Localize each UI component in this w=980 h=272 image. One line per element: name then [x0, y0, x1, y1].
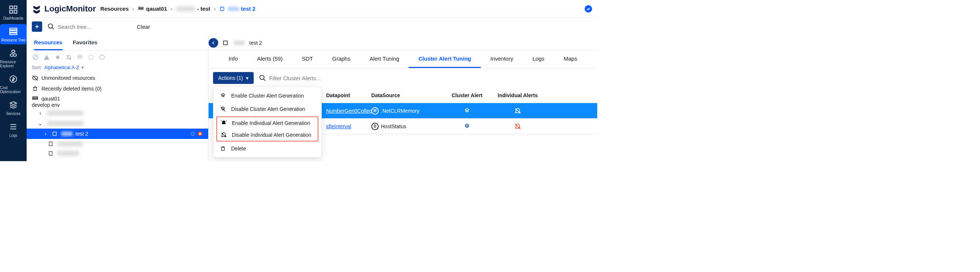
- diamond-stack-slash-icon: [219, 106, 227, 112]
- bell-slash-icon[interactable]: [65, 54, 73, 61]
- search-tree-input[interactable]: [58, 24, 117, 30]
- svg-rect-29: [53, 132, 56, 135]
- content-tabs: Info Alerts (59) SDT Graphs Alert Tuning…: [208, 50, 597, 68]
- tab-cluster-alert-tuning[interactable]: Cluster Alert Tuning: [409, 50, 481, 68]
- tab-alert-tuning[interactable]: Alert Tuning: [360, 50, 409, 68]
- nav-label: Resource Tree: [1, 38, 25, 42]
- filter-icons: [27, 51, 208, 64]
- status-check-icon[interactable]: [585, 5, 592, 13]
- svg-line-19: [33, 56, 38, 59]
- actions-button[interactable]: Actions (1) ▾: [213, 72, 254, 84]
- logo[interactable]: LogicMonitor: [32, 4, 96, 14]
- nav-label: Cost Optimization: [0, 86, 27, 94]
- breadcrumb-root[interactable]: Resources: [100, 6, 129, 12]
- nav-label: Resource Explorer: [0, 60, 27, 68]
- bell-ring-icon: [220, 120, 228, 126]
- menu-enable-cluster-alert[interactable]: Enable Cluster Alert Generation: [213, 89, 321, 102]
- col-cluster-alert[interactable]: Cluster Alert: [442, 92, 492, 98]
- circle-icon[interactable]: [99, 54, 106, 61]
- col-datapoint[interactable]: Datapoint: [323, 92, 371, 98]
- tree-row-recently-deleted[interactable]: Recently deleted items (0): [27, 84, 208, 94]
- tab-inventory[interactable]: Inventory: [481, 50, 523, 68]
- tree-row[interactable]: ⌄: [27, 118, 208, 129]
- circle-slash-icon[interactable]: [32, 54, 39, 61]
- individual-alert-icon: [492, 107, 544, 115]
- tab-logs[interactable]: Logs: [523, 50, 554, 68]
- tab-maps[interactable]: Maps: [554, 50, 587, 68]
- device-icon: [47, 141, 54, 146]
- tab-sdt[interactable]: SDT: [292, 50, 323, 68]
- breadcrumb-item-active[interactable]: test 2: [220, 6, 256, 12]
- tree-root[interactable]: qauat01 develop env: [27, 94, 208, 108]
- nav-resource-explorer[interactable]: Resource Explorer: [0, 46, 27, 70]
- svg-rect-34: [49, 151, 52, 156]
- tree-row[interactable]: [27, 149, 208, 158]
- tab-alerts[interactable]: Alerts (59): [247, 50, 292, 68]
- diamond-icon[interactable]: [54, 54, 61, 61]
- nav-cost-optimization[interactable]: Cost Optimization: [0, 72, 27, 96]
- tree-desc: develop env: [32, 102, 203, 108]
- dollar-icon: [8, 74, 19, 84]
- menu-enable-individual-alert[interactable]: Enable Individual Alert Generation: [217, 117, 318, 129]
- menu-disable-individual-alert[interactable]: Disable Individual Alert Generation: [217, 129, 318, 141]
- tab-info[interactable]: Info: [219, 50, 247, 68]
- datasource-name: HostStatus: [381, 123, 406, 129]
- datapoint-link[interactable]: NumberGen0Collec: [326, 108, 372, 114]
- tree-label: Recently deleted items (0): [41, 86, 102, 92]
- server-icon: [32, 95, 38, 102]
- cluster-alert-icon: [442, 107, 492, 115]
- svg-rect-2: [10, 10, 13, 13]
- chevron-right-icon: ›: [214, 6, 216, 12]
- svg-line-17: [52, 28, 54, 30]
- filter-cluster-alerts-input[interactable]: [269, 75, 343, 81]
- search-wrap: [47, 23, 129, 30]
- tree-row[interactable]: [27, 139, 208, 149]
- sort-value: Alphabetical A-Z: [44, 65, 79, 70]
- chevron-right-icon: ›: [37, 110, 44, 116]
- col-datasource[interactable]: DataSource: [371, 92, 442, 98]
- tree-row[interactable]: ›: [27, 108, 208, 118]
- back-button[interactable]: [208, 38, 218, 48]
- tree-label: qauat01: [41, 96, 60, 102]
- logs-icon: [8, 122, 19, 132]
- bell-slash-icon: [220, 132, 228, 138]
- datasource-badge-icon: M: [371, 107, 379, 115]
- tab-graphs[interactable]: Graphs: [323, 50, 360, 68]
- dashboard-icon: [8, 5, 19, 15]
- tab-favorites[interactable]: Favorites: [73, 35, 98, 50]
- svg-line-37: [263, 79, 265, 81]
- tree-label: test 2: [75, 131, 88, 137]
- breadcrumb-item[interactable]: qauat01: [138, 6, 167, 12]
- menu-disable-cluster-alert[interactable]: Disable Cluster Alert Generation: [213, 102, 321, 116]
- nav-services[interactable]: Services: [0, 97, 27, 118]
- chevron-down-icon: ▾: [246, 75, 248, 81]
- topbar: LogicMonitor Resources › qauat01 › - tes…: [27, 0, 597, 18]
- chevron-right-icon: ›: [42, 131, 49, 137]
- tree-row-selected[interactable]: › test 2: [27, 129, 208, 139]
- breadcrumb-item[interactable]: - test: [177, 6, 210, 12]
- nav-dashboards[interactable]: Dashboards: [0, 2, 27, 22]
- nav-logs[interactable]: Logs: [0, 119, 27, 140]
- sort-label: Sort:: [32, 65, 42, 70]
- svg-point-16: [48, 24, 53, 29]
- content-title: test 2: [249, 40, 262, 46]
- breadcrumb: Resources › qauat01 › - test › test 2: [100, 6, 255, 12]
- warning-icon[interactable]: [43, 54, 50, 61]
- svg-rect-28: [33, 98, 38, 99]
- individual-alert-warn-icon: [492, 123, 544, 130]
- tree-row-unmonitored[interactable]: Unmonitored resources: [27, 72, 208, 84]
- menu-delete[interactable]: Delete: [213, 142, 321, 155]
- svg-rect-33: [49, 142, 52, 146]
- skull-icon[interactable]: [76, 54, 84, 61]
- actions-bar: Actions (1) ▾: [208, 68, 597, 87]
- clear-button[interactable]: Clear: [134, 22, 153, 32]
- folder-icon: [52, 131, 59, 137]
- nav-label: Logs: [9, 134, 18, 137]
- datapoint-link[interactable]: idleInterval: [326, 123, 351, 129]
- add-button[interactable]: [32, 21, 42, 32]
- sort-row[interactable]: Sort: Alphabetical A-Z ▾: [27, 64, 208, 72]
- nav-resource-tree[interactable]: Resource Tree: [0, 24, 27, 45]
- gear-dashed-icon[interactable]: [87, 54, 95, 61]
- col-individual-alerts[interactable]: Individual Alerts: [492, 92, 544, 98]
- tab-resources[interactable]: Resources: [34, 35, 62, 50]
